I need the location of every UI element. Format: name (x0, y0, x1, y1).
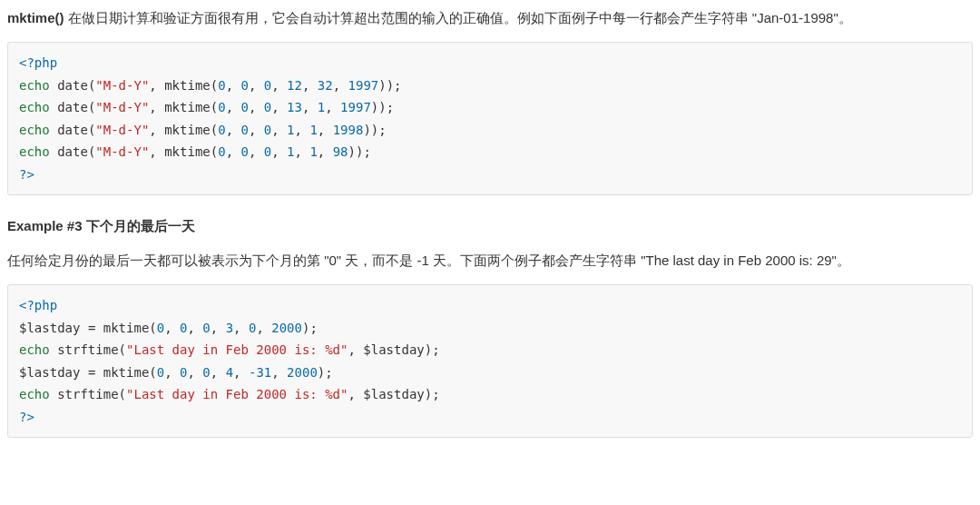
example-3-heading: Example #3 下个月的最后一天 (7, 215, 973, 237)
fn-name: mktime() (7, 10, 64, 25)
example-3-paragraph: 任何给定月份的最后一天都可以被表示为下个月的第 "0" 天，而不是 -1 天。下… (7, 250, 973, 272)
code-example-2: <?php $lastday = mktime(0, 0, 0, 3, 0, 2… (7, 284, 973, 438)
intro-paragraph: mktime() 在做日期计算和验证方面很有用，它会自动计算超出范围的输入的正确… (7, 7, 973, 29)
code-example-1: <?php echo date("M-d-Y", mktime(0, 0, 0,… (7, 42, 973, 195)
example-3-title: 下个月的最后一天 (83, 218, 195, 233)
intro-text: 在做日期计算和验证方面很有用，它会自动计算超出范围的输入的正确值。例如下面例子中… (64, 10, 852, 25)
example-3-label: Example #3 (7, 218, 83, 233)
